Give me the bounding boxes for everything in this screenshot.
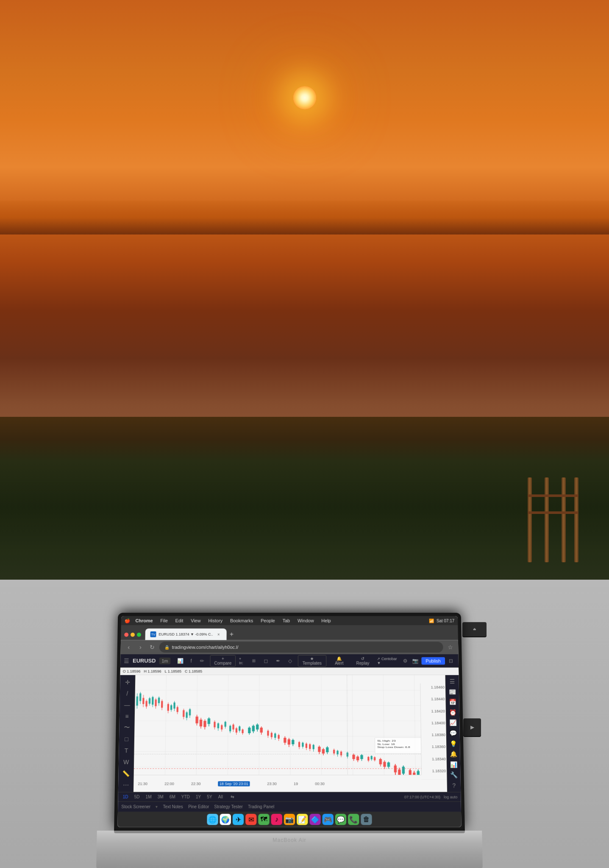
new-tab-button[interactable]: +: [226, 630, 236, 640]
dock-telegram[interactable]: ✈: [232, 814, 243, 825]
menu-view[interactable]: View: [188, 618, 203, 623]
dock-phone[interactable]: 📞: [348, 814, 359, 825]
dock-app2[interactable]: 🎮: [322, 814, 333, 825]
forward-button[interactable]: ›: [136, 642, 145, 652]
menubar-right: 📶 Sat 07:17: [429, 618, 454, 623]
wave-tool[interactable]: W: [120, 756, 132, 767]
channel-tool[interactable]: ≡: [121, 711, 133, 721]
menu-help[interactable]: Help: [319, 618, 333, 623]
bell-icon[interactable]: 🔔: [447, 749, 459, 759]
period-5y[interactable]: 5Y: [206, 795, 213, 799]
compare-button[interactable]: + Compare: [210, 655, 236, 667]
svg-rect-70: [235, 728, 237, 732]
chart-icon[interactable]: 📈: [447, 718, 459, 727]
menu-file[interactable]: File: [158, 618, 170, 623]
svg-rect-38: [170, 705, 172, 710]
more-tools[interactable]: ⋯: [120, 779, 132, 790]
period-ytd[interactable]: YTD: [180, 795, 191, 799]
time-label-5: 23:30: [267, 781, 277, 786]
menu-people[interactable]: People: [258, 618, 278, 623]
maximize-button[interactable]: [136, 633, 141, 637]
period-1y[interactable]: 1Y: [194, 795, 202, 799]
trend-icon[interactable]: 📊: [448, 759, 459, 769]
eye-icon[interactable]: ◇: [286, 656, 295, 665]
minimize-button[interactable]: [131, 633, 135, 637]
grid-icon[interactable]: ⊞: [249, 656, 258, 665]
dock-notes[interactable]: 📝: [297, 814, 308, 825]
horizontal-line-tool[interactable]: —: [121, 699, 133, 710]
tv-chart-area[interactable]: SL High: 23 SL Low: 16 Stop Loss Down: 6…: [133, 675, 447, 792]
tools-icon[interactable]: 🔧: [448, 770, 459, 780]
svg-rect-108: [318, 747, 320, 752]
dock-photos[interactable]: 📷: [284, 814, 295, 825]
bookmark-button[interactable]: ☆: [445, 642, 455, 652]
dock-email[interactable]: ✉: [245, 814, 256, 825]
fullscreen-icon[interactable]: ⊡: [446, 656, 455, 665]
period-1d[interactable]: 1D: [121, 795, 129, 799]
settings-icon[interactable]: ⚙: [401, 656, 409, 665]
reload-button[interactable]: ↻: [147, 642, 157, 652]
address-field[interactable]: 🔒 tradingview.com/chart/ailyh0oc.l/: [159, 642, 443, 652]
cursor-tool[interactable]: ✛: [121, 677, 133, 687]
ruler-tool[interactable]: 📏: [120, 768, 132, 779]
help-icon[interactable]: ?: [448, 781, 460, 790]
menu-bookmarks[interactable]: Bookmarks: [227, 618, 255, 623]
timeframe-selector[interactable]: 1m: [159, 657, 170, 664]
alert-button[interactable]: 🔔 Alert: [329, 655, 348, 666]
period-5d[interactable]: 5D: [133, 795, 141, 799]
hamburger-menu[interactable]: ☰: [124, 657, 129, 664]
svg-rect-54: [203, 721, 206, 727]
menu-edit[interactable]: Edit: [172, 618, 186, 623]
period-all[interactable]: All: [217, 795, 224, 799]
period-6m[interactable]: 6M: [168, 795, 176, 799]
dock-trash[interactable]: 🗑: [361, 814, 372, 825]
menu-chrome[interactable]: Chrome: [133, 618, 155, 623]
dock-chrome[interactable]: 🌍: [220, 814, 231, 825]
bar-chart-icon[interactable]: 📊: [175, 656, 185, 665]
clock-icon[interactable]: ⏰: [447, 708, 459, 717]
symbol-label[interactable]: EURUSD: [132, 658, 156, 664]
brush-tool[interactable]: 〜: [120, 722, 132, 733]
drawing-icon[interactable]: ✏: [197, 656, 206, 665]
line-tool[interactable]: /: [121, 688, 133, 699]
watchlist-icon[interactable]: ☰: [446, 677, 458, 686]
pencil-icon[interactable]: ✒: [273, 656, 282, 665]
dock-music[interactable]: ♪: [271, 814, 282, 825]
menu-tab[interactable]: Tab: [280, 618, 292, 623]
compare-toggle[interactable]: ⇆: [227, 792, 236, 801]
calendar-icon[interactable]: 📅: [446, 698, 458, 707]
period-1m[interactable]: 1M: [144, 795, 153, 799]
magnet-icon[interactable]: ◻: [261, 656, 270, 665]
close-button[interactable]: [124, 633, 128, 637]
publish-button[interactable]: Publish: [421, 657, 445, 664]
footer-trading[interactable]: Trading Panel: [247, 804, 274, 809]
svg-rect-138: [387, 762, 389, 767]
camera-icon[interactable]: 📷: [411, 656, 420, 665]
time-label-3: 22:30: [191, 781, 200, 786]
back-button[interactable]: ‹: [124, 642, 133, 652]
chat-icon[interactable]: 💬: [447, 728, 459, 738]
menu-window[interactable]: Window: [295, 618, 317, 623]
footer-screener[interactable]: Stock Screener: [121, 804, 150, 809]
templates-button[interactable]: ★ Templates: [298, 655, 326, 667]
period-3m[interactable]: 3M: [156, 795, 164, 799]
dock-finder[interactable]: 🌐: [207, 814, 218, 825]
news-icon[interactable]: 📰: [446, 687, 458, 696]
dock-messages[interactable]: 💬: [335, 814, 346, 825]
menu-history[interactable]: History: [206, 618, 225, 623]
log-label: log auto: [444, 795, 457, 799]
mac-menubar: 🍎 Chrome File Edit View History Bookmark…: [121, 616, 458, 625]
text-tool[interactable]: T: [120, 745, 132, 756]
shape-tool[interactable]: □: [120, 734, 132, 744]
chrome-tab[interactable]: TV EURUSD 1.18374 ▼ -0.09% C... ×: [145, 628, 226, 640]
tab-close-button[interactable]: ×: [215, 631, 221, 637]
dock-app1[interactable]: 🔷: [309, 814, 320, 825]
dock-maps[interactable]: 🗺: [258, 814, 269, 825]
idea-icon[interactable]: 💡: [447, 739, 459, 748]
replay-button[interactable]: ↺ Replay: [352, 655, 373, 666]
price-open: O 1.18596: [122, 669, 140, 673]
footer-pine[interactable]: Pine Editor: [188, 804, 209, 809]
indicator-icon[interactable]: f: [186, 656, 196, 665]
footer-strategy[interactable]: Strategy Tester: [214, 804, 243, 809]
footer-notes[interactable]: Text Notes: [163, 804, 183, 809]
